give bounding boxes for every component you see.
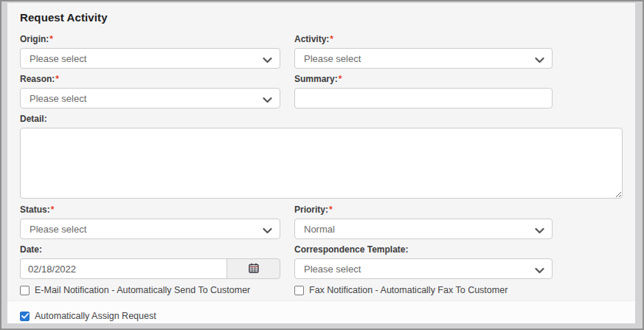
email-notification-checkbox-row[interactable]: E-Mail Notification - Automatically Send… [20,285,280,295]
summary-label: Summary:* [294,74,553,84]
reason-select[interactable]: Please select [20,88,280,109]
summary-group: Summary:* [294,74,553,109]
status-selected-value: Please select [30,224,86,235]
email-notification-group: E-Mail Notification - Automatically Send… [20,284,280,295]
origin-select[interactable]: Please select [20,48,280,69]
required-asterisk: * [330,34,333,44]
chevron-down-icon [535,55,544,62]
row-notifications: E-Mail Notification - Automatically Send… [20,284,623,295]
calendar-picker-button[interactable] [226,258,280,279]
status-select[interactable]: Please select [20,219,280,239]
origin-label: Origin:* [20,34,280,44]
priority-selected-value: Normal [304,224,335,235]
activity-label: Activity:* [294,34,553,44]
reason-selected-value: Please select [30,93,86,104]
date-input-group [20,258,280,279]
date-group: Date: [20,244,280,279]
chevron-down-icon [535,266,544,272]
email-notification-label: E-Mail Notification - Automatically Send… [35,285,250,295]
form-content: Request Activity Origin:* Please select … [7,3,635,300]
form-panel: Request Activity Origin:* Please select … [7,3,635,323]
required-asterisk: * [339,74,342,84]
activity-group: Activity:* Please select [294,34,553,69]
required-asterisk: * [55,74,59,84]
fax-notification-checkbox[interactable] [294,286,304,295]
correspondence-template-group: Correspondence Template: Please select [294,244,553,279]
detail-group: Detail: [20,114,623,199]
fax-notification-checkbox-row[interactable]: Fax Notification - Automatically Fax To … [294,285,553,295]
fax-notification-group: Fax Notification - Automatically Fax To … [294,284,553,295]
summary-input[interactable] [294,88,553,109]
correspondence-template-select[interactable]: Please select [294,258,553,279]
date-input[interactable] [20,258,226,279]
calendar-icon [249,263,259,275]
reason-label: Reason:* [20,74,280,84]
reason-group: Reason:* Please select [20,74,280,109]
auto-assign-checkbox[interactable] [20,312,30,321]
origin-group: Origin:* Please select [20,34,280,69]
detail-label: Detail: [20,114,623,124]
email-notification-checkbox[interactable] [20,286,30,295]
row-status-priority: Status:* Please select Priority:* Normal [20,204,623,239]
required-asterisk: * [329,204,333,215]
priority-group: Priority:* Normal [294,204,553,239]
correspondence-template-label: Correspondence Template: [294,244,553,255]
auto-assign-checkbox-row[interactable]: Automatically Assign Request [20,311,623,321]
required-asterisk: * [51,204,55,215]
row-date-template: Date: [20,244,623,279]
status-label: Status:* [20,204,280,215]
priority-select[interactable]: Normal [294,219,553,239]
correspondence-template-selected-value: Please select [304,264,361,275]
detail-textarea[interactable] [20,128,623,199]
origin-selected-value: Please select [30,53,86,64]
footer-bar: Automatically Assign Request [7,300,635,323]
required-asterisk: * [49,34,53,44]
status-group: Status:* Please select [20,204,280,239]
date-label: Date: [20,244,280,255]
chevron-down-icon [535,226,544,233]
activity-select[interactable]: Please select [294,48,553,69]
chevron-down-icon [263,55,272,62]
row-origin-activity: Origin:* Please select Activity:* Please… [20,34,623,69]
chevron-down-icon [263,95,272,102]
request-activity-window: Request Activity Origin:* Please select … [0,0,644,330]
row-reason-summary: Reason:* Please select Summary:* [20,74,623,109]
chevron-down-icon [263,226,272,233]
priority-label: Priority:* [294,204,553,215]
auto-assign-label: Automatically Assign Request [35,311,156,321]
page-title: Request Activity [20,11,623,24]
activity-selected-value: Please select [304,53,361,64]
fax-notification-label: Fax Notification - Automatically Fax To … [309,285,508,295]
